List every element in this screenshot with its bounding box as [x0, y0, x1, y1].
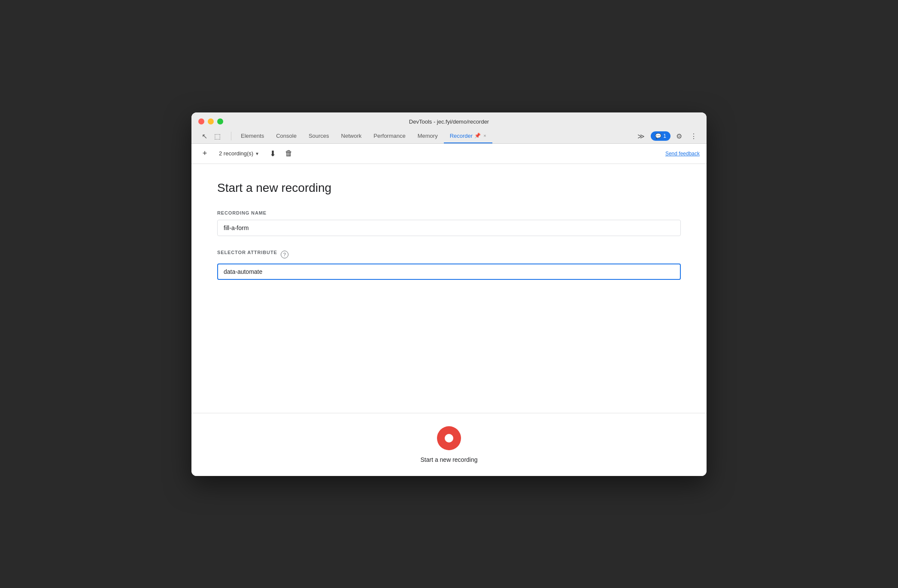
- delete-icon: 🗑: [285, 149, 293, 158]
- download-icon: ⬇: [270, 149, 276, 158]
- delete-recording-button[interactable]: 🗑: [282, 147, 295, 160]
- selector-label-row: SELECTOR ATTRIBUTE ?: [217, 250, 681, 259]
- dots-icon: ⋮: [690, 132, 697, 140]
- selector-attribute-group: SELECTOR ATTRIBUTE ?: [217, 250, 681, 280]
- send-feedback-link[interactable]: Send feedback: [665, 151, 700, 157]
- download-recording-button[interactable]: ⬇: [266, 147, 279, 160]
- start-recording-button[interactable]: [437, 426, 461, 450]
- gear-icon: ⚙: [676, 132, 682, 140]
- chat-button[interactable]: 💬 1: [651, 131, 670, 141]
- minimize-button[interactable]: [208, 118, 214, 124]
- tabs-row: ↖ ⬚ Elements Console Sources Network Per…: [198, 129, 700, 143]
- toolbar: + 2 recording(s) ▾ ⬇ 🗑 Send feedback: [191, 144, 707, 164]
- title-bar: DevTools - jec.fyi/demo/recorder ↖ ⬚ Ele…: [191, 112, 707, 144]
- chat-icon: 💬: [655, 133, 661, 139]
- start-recording-label: Start a new recording: [420, 456, 477, 463]
- page-title: Start a new recording: [217, 181, 681, 195]
- add-icon: +: [203, 149, 207, 158]
- tab-sources[interactable]: Sources: [303, 129, 335, 143]
- close-button[interactable]: [198, 118, 204, 124]
- selector-attribute-label: SELECTOR ATTRIBUTE: [217, 250, 277, 255]
- tab-recorder[interactable]: Recorder 📌 ×: [444, 129, 492, 143]
- tab-elements[interactable]: Elements: [235, 129, 270, 143]
- cursor-icon-btn[interactable]: ↖: [198, 130, 210, 142]
- tab-performance[interactable]: Performance: [367, 129, 411, 143]
- tabs-right: ≫ 💬 1 ⚙ ⋮: [634, 130, 700, 142]
- selector-attribute-input[interactable]: [217, 264, 681, 280]
- recording-name-label: RECORDING NAME: [217, 210, 681, 215]
- tab-console[interactable]: Console: [270, 129, 303, 143]
- recordings-selector[interactable]: 2 recording(s) ▾: [215, 149, 263, 158]
- tab-icons: ↖ ⬚: [198, 130, 223, 142]
- recording-name-input[interactable]: [217, 220, 681, 236]
- help-icon[interactable]: ?: [281, 251, 288, 258]
- inspector-icon: ⬚: [214, 132, 221, 140]
- recording-name-group: RECORDING NAME: [217, 210, 681, 236]
- window-title: DevTools - jec.fyi/demo/recorder: [409, 118, 489, 125]
- traffic-lights: [198, 118, 223, 124]
- recordings-count: 2 recording(s): [219, 150, 253, 157]
- tab-divider: [231, 132, 231, 140]
- settings-button[interactable]: ⚙: [673, 130, 685, 142]
- maximize-button[interactable]: [217, 118, 223, 124]
- chevron-down-icon: ▾: [256, 151, 258, 157]
- inspector-icon-btn[interactable]: ⬚: [211, 130, 223, 142]
- more-options-button[interactable]: ⋮: [688, 130, 700, 142]
- record-button-inner: [445, 434, 453, 443]
- main-content: Start a new recording RECORDING NAME SEL…: [191, 164, 707, 413]
- tab-network[interactable]: Network: [335, 129, 368, 143]
- more-tabs-button[interactable]: ≫: [634, 130, 648, 142]
- add-recording-button[interactable]: +: [198, 147, 211, 160]
- cursor-icon: ↖: [202, 132, 207, 140]
- devtools-window: DevTools - jec.fyi/demo/recorder ↖ ⬚ Ele…: [191, 112, 707, 476]
- bottom-section: Start a new recording: [191, 413, 707, 476]
- tab-memory[interactable]: Memory: [412, 129, 444, 143]
- tab-recorder-close[interactable]: ×: [483, 133, 486, 138]
- chat-count: 1: [663, 133, 666, 139]
